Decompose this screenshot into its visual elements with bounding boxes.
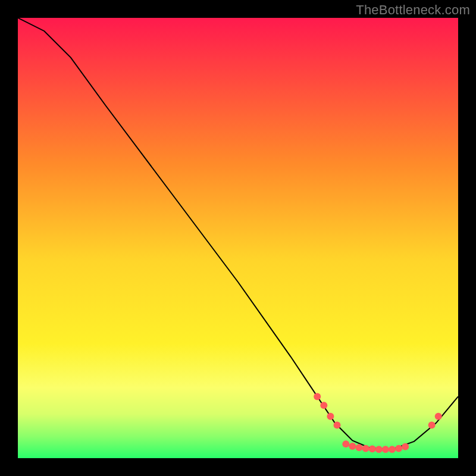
chart-container <box>18 18 458 458</box>
curve-marker <box>395 445 402 452</box>
curve-marker <box>314 393 321 400</box>
curve-marker <box>327 413 334 420</box>
curve-marker <box>435 413 442 420</box>
curve-marker <box>389 446 396 453</box>
chart-svg <box>18 18 458 458</box>
curve-marker <box>362 445 369 452</box>
curve-marker <box>369 445 376 452</box>
curve-marker <box>375 446 383 453</box>
curve-marker <box>349 443 356 450</box>
curve-marker <box>342 440 349 447</box>
curve-marker <box>402 443 409 450</box>
watermark-text: TheBottleneck.com <box>356 2 470 18</box>
curve-marker <box>334 422 341 429</box>
curve-marker <box>428 422 436 429</box>
curve-marker <box>382 446 389 453</box>
curve-marker <box>320 402 327 409</box>
curve-marker <box>356 444 363 451</box>
chart-background <box>18 18 458 458</box>
